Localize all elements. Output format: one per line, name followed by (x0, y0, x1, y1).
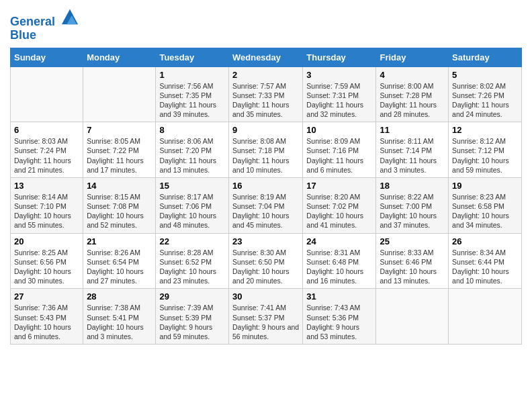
day-cell: 26Sunrise: 8:34 AMSunset: 6:44 PMDayligh… (449, 233, 522, 289)
logo-blue: Blue (10, 29, 79, 42)
day-cell: 18Sunrise: 8:22 AMSunset: 7:00 PMDayligh… (376, 177, 449, 233)
day-cell: 3Sunrise: 7:59 AMSunset: 7:31 PMDaylight… (303, 66, 376, 122)
day-info: Sunrise: 8:25 AMSunset: 6:56 PMDaylight:… (14, 248, 79, 286)
calendar-table: SundayMondayTuesdayWednesdayThursdayFrid… (10, 48, 522, 345)
day-info: Sunrise: 7:57 AMSunset: 7:33 PMDaylight:… (232, 81, 299, 120)
day-info: Sunrise: 8:23 AMSunset: 6:58 PMDaylight:… (452, 192, 518, 230)
day-number: 31 (306, 291, 372, 302)
day-number: 30 (232, 291, 299, 302)
day-number: 24 (306, 236, 372, 246)
calendar-header-row: SundayMondayTuesdayWednesdayThursdayFrid… (11, 48, 522, 66)
day-cell (83, 66, 156, 122)
day-info: Sunrise: 8:02 AMSunset: 7:26 PMDaylight:… (452, 81, 518, 120)
day-cell (376, 289, 449, 345)
logo: General Blue (10, 7, 79, 42)
day-number: 27 (14, 291, 79, 302)
header-tuesday: Tuesday (156, 48, 229, 66)
day-number: 20 (14, 236, 79, 246)
day-cell: 1Sunrise: 7:56 AMSunset: 7:35 PMDaylight… (156, 66, 229, 122)
day-number: 19 (452, 181, 518, 191)
day-number: 29 (159, 291, 225, 302)
day-cell: 2Sunrise: 7:57 AMSunset: 7:33 PMDaylight… (228, 66, 302, 122)
day-info: Sunrise: 8:14 AMSunset: 7:10 PMDaylight:… (14, 192, 79, 230)
logo-text: General (10, 7, 79, 29)
day-info: Sunrise: 8:34 AMSunset: 6:44 PMDaylight:… (452, 248, 518, 286)
week-row-1: 1Sunrise: 7:56 AMSunset: 7:35 PMDaylight… (11, 66, 522, 122)
day-cell: 23Sunrise: 8:30 AMSunset: 6:50 PMDayligh… (228, 233, 302, 289)
logo-icon (60, 7, 79, 26)
day-info: Sunrise: 7:43 AMSunset: 5:36 PMDaylight:… (306, 303, 372, 341)
day-info: Sunrise: 8:05 AMSunset: 7:22 PMDaylight:… (87, 136, 152, 175)
day-cell: 4Sunrise: 8:00 AMSunset: 7:28 PMDaylight… (376, 66, 449, 122)
day-info: Sunrise: 8:30 AMSunset: 6:50 PMDaylight:… (232, 248, 299, 286)
day-number: 22 (159, 236, 225, 246)
week-row-4: 20Sunrise: 8:25 AMSunset: 6:56 PMDayligh… (11, 233, 522, 289)
day-number: 8 (159, 125, 225, 135)
day-number: 4 (380, 70, 445, 80)
day-info: Sunrise: 7:59 AMSunset: 7:31 PMDaylight:… (306, 81, 372, 120)
day-number: 25 (380, 236, 445, 246)
day-cell: 16Sunrise: 8:19 AMSunset: 7:04 PMDayligh… (228, 177, 302, 233)
day-number: 2 (232, 70, 299, 80)
day-info: Sunrise: 8:00 AMSunset: 7:28 PMDaylight:… (380, 81, 445, 120)
day-number: 26 (452, 236, 518, 246)
day-info: Sunrise: 7:38 AMSunset: 5:41 PMDaylight:… (87, 303, 152, 341)
week-row-5: 27Sunrise: 7:36 AMSunset: 5:43 PMDayligh… (11, 289, 522, 345)
header-thursday: Thursday (303, 48, 376, 66)
day-cell (449, 289, 522, 345)
day-info: Sunrise: 8:06 AMSunset: 7:20 PMDaylight:… (159, 136, 225, 175)
header-sunday: Sunday (11, 48, 83, 66)
day-cell: 25Sunrise: 8:33 AMSunset: 6:46 PMDayligh… (376, 233, 449, 289)
day-number: 10 (306, 125, 372, 135)
day-number: 13 (14, 181, 79, 191)
header-saturday: Saturday (449, 48, 522, 66)
day-cell: 9Sunrise: 8:08 AMSunset: 7:18 PMDaylight… (228, 122, 302, 178)
day-cell: 22Sunrise: 8:28 AMSunset: 6:52 PMDayligh… (156, 233, 229, 289)
day-cell: 6Sunrise: 8:03 AMSunset: 7:24 PMDaylight… (11, 122, 83, 178)
day-cell: 27Sunrise: 7:36 AMSunset: 5:43 PMDayligh… (11, 289, 83, 345)
day-number: 6 (14, 125, 79, 135)
day-number: 3 (306, 70, 372, 80)
day-number: 16 (232, 181, 299, 191)
day-info: Sunrise: 8:17 AMSunset: 7:06 PMDaylight:… (159, 192, 225, 230)
day-info: Sunrise: 8:26 AMSunset: 6:54 PMDaylight:… (87, 248, 152, 286)
day-info: Sunrise: 7:39 AMSunset: 5:39 PMDaylight:… (159, 303, 225, 341)
day-number: 15 (159, 181, 225, 191)
header-friday: Friday (376, 48, 449, 66)
day-cell: 7Sunrise: 8:05 AMSunset: 7:22 PMDaylight… (83, 122, 156, 178)
day-cell: 19Sunrise: 8:23 AMSunset: 6:58 PMDayligh… (449, 177, 522, 233)
day-number: 28 (87, 291, 152, 302)
day-info: Sunrise: 8:03 AMSunset: 7:24 PMDaylight:… (14, 136, 79, 175)
day-number: 23 (232, 236, 299, 246)
day-info: Sunrise: 8:28 AMSunset: 6:52 PMDaylight:… (159, 248, 225, 286)
day-cell: 28Sunrise: 7:38 AMSunset: 5:41 PMDayligh… (83, 289, 156, 345)
day-info: Sunrise: 8:12 AMSunset: 7:12 PMDaylight:… (452, 136, 518, 175)
day-cell: 30Sunrise: 7:41 AMSunset: 5:37 PMDayligh… (228, 289, 302, 345)
day-cell: 17Sunrise: 8:20 AMSunset: 7:02 PMDayligh… (303, 177, 376, 233)
day-number: 7 (87, 125, 152, 135)
day-info: Sunrise: 8:11 AMSunset: 7:14 PMDaylight:… (380, 136, 445, 175)
header-wednesday: Wednesday (228, 48, 302, 66)
day-cell (11, 66, 83, 122)
day-info: Sunrise: 8:09 AMSunset: 7:16 PMDaylight:… (306, 136, 372, 175)
day-cell: 8Sunrise: 8:06 AMSunset: 7:20 PMDaylight… (156, 122, 229, 178)
day-info: Sunrise: 8:22 AMSunset: 7:00 PMDaylight:… (380, 192, 445, 230)
week-row-3: 13Sunrise: 8:14 AMSunset: 7:10 PMDayligh… (11, 177, 522, 233)
day-cell: 31Sunrise: 7:43 AMSunset: 5:36 PMDayligh… (303, 289, 376, 345)
header-monday: Monday (83, 48, 156, 66)
day-number: 12 (452, 125, 518, 135)
day-info: Sunrise: 8:33 AMSunset: 6:46 PMDaylight:… (380, 248, 445, 286)
day-number: 11 (380, 125, 445, 135)
day-number: 1 (159, 70, 225, 80)
day-cell: 24Sunrise: 8:31 AMSunset: 6:48 PMDayligh… (303, 233, 376, 289)
day-cell: 5Sunrise: 8:02 AMSunset: 7:26 PMDaylight… (449, 66, 522, 122)
day-cell: 21Sunrise: 8:26 AMSunset: 6:54 PMDayligh… (83, 233, 156, 289)
day-info: Sunrise: 8:15 AMSunset: 7:08 PMDaylight:… (87, 192, 152, 230)
day-cell: 13Sunrise: 8:14 AMSunset: 7:10 PMDayligh… (11, 177, 83, 233)
day-info: Sunrise: 8:20 AMSunset: 7:02 PMDaylight:… (306, 192, 372, 230)
day-number: 5 (452, 70, 518, 80)
day-cell: 29Sunrise: 7:39 AMSunset: 5:39 PMDayligh… (156, 289, 229, 345)
day-number: 21 (87, 236, 152, 246)
day-cell: 15Sunrise: 8:17 AMSunset: 7:06 PMDayligh… (156, 177, 229, 233)
day-info: Sunrise: 7:36 AMSunset: 5:43 PMDaylight:… (14, 303, 79, 341)
